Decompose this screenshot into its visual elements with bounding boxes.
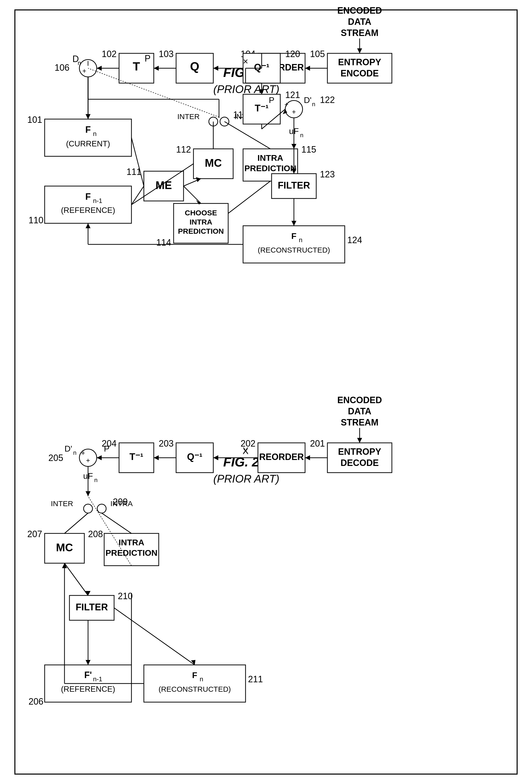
fig1-fn-label: F <box>85 124 91 135</box>
fig1-ref112: 112 <box>176 144 191 155</box>
svg-line-13 <box>225 121 270 149</box>
fig1-dn-sub: n <box>78 60 81 66</box>
fig1-sum-dn-plus: + <box>82 67 86 75</box>
svg-line-18 <box>131 138 144 186</box>
svg-marker-63 <box>86 660 91 665</box>
fig1-intra-pred-label2: PREDICTION <box>244 164 296 173</box>
diagram-svg: FIG. 1 (PRIOR ART) ENCODED DATA STREAM E… <box>0 0 532 784</box>
fig2-intra-pred-label2: PREDICTION <box>106 548 157 558</box>
fig1-p-label1: P <box>145 53 151 63</box>
fig1-entropy-encode-label2: ENCODE <box>341 68 379 78</box>
fig1-ref101: 101 <box>27 115 42 125</box>
fig2-encoded-label1: ENCODED <box>337 395 382 405</box>
fig2-intra-pred-label1: INTRA <box>119 538 144 547</box>
fig2-ref211: 211 <box>248 674 263 684</box>
fig1-fn-recon-label2: (RECONSTRUCTED) <box>258 246 330 254</box>
fig1-ufn-sub: n <box>300 132 303 138</box>
fig2-encoded-label3: STREAM <box>341 417 379 427</box>
svg-marker-53 <box>154 455 159 460</box>
fig1-fn1-sub: n-1 <box>93 197 102 204</box>
fig2-tinv-label: T⁻¹ <box>129 452 143 462</box>
svg-line-19 <box>131 186 144 205</box>
fig1-fn1-label: F <box>85 192 91 202</box>
fig2-sum-plus1: + <box>81 449 85 457</box>
fig1-ref123: 123 <box>320 169 335 179</box>
fig1-fn-sub: n <box>93 130 96 137</box>
svg-marker-36 <box>291 144 296 149</box>
fig1-x-cross: × <box>243 56 248 66</box>
fig1-sum-dpn-plus1: + <box>285 101 289 108</box>
fig1-fn1-ref-label: (REFERENCE) <box>61 206 115 215</box>
fig2-inter-label: INTER <box>51 499 73 508</box>
fig1-fn-current-label: (CURRENT) <box>66 139 110 148</box>
fig1-ref114: 114 <box>156 237 171 248</box>
fig1-intra-pred-label1: INTRA <box>258 153 283 163</box>
fig1-filter-label: FILTER <box>278 180 310 191</box>
fig2-filter-label: FILTER <box>76 602 108 612</box>
fig2-ref210: 210 <box>118 591 133 601</box>
svg-marker-43 <box>86 223 91 228</box>
svg-line-23 <box>183 186 201 203</box>
fig2-ref207: 207 <box>27 529 42 539</box>
fig1-q-label: Q <box>190 60 199 73</box>
fig2-qinv-label: Q⁻¹ <box>187 452 202 462</box>
fig1-choose-label3: PREDICTION <box>178 227 224 235</box>
svg-marker-40 <box>291 221 296 226</box>
svg-marker-55 <box>97 455 102 460</box>
fig1-subtitle: (PRIOR ART) <box>213 83 279 95</box>
fig2-dpn-sub: n <box>73 449 77 456</box>
svg-marker-3 <box>305 66 310 71</box>
svg-line-58 <box>64 513 88 533</box>
fig1-ref110: 110 <box>29 215 43 225</box>
fig1-entropy-encode-label1: ENTROPY <box>338 57 381 67</box>
fig1-fn-recon-label1: F <box>291 231 297 241</box>
fig1-choose-label2: INTRA <box>189 218 212 226</box>
fig2-ref206: 206 <box>29 696 43 707</box>
fig1-ref121: 121 <box>285 90 300 100</box>
page: FIG. 1 (PRIOR ART) ENCODED DATA STREAM E… <box>0 0 532 784</box>
fig2-sum-plus2: + <box>86 456 90 464</box>
fig2-intra-label: INTRA <box>110 499 133 508</box>
fig1-fn-recon-sub: n <box>299 236 302 244</box>
fig2-entropy-decode-label2: DECODE <box>341 458 379 468</box>
fig2-entropy-decode-label1: ENTROPY <box>338 447 381 457</box>
fig1-dpn-label: D' <box>304 95 312 105</box>
svg-marker-1 <box>357 48 362 53</box>
fig1-p-label2: P <box>269 95 274 105</box>
svg-marker-5 <box>213 66 218 71</box>
svg-line-59 <box>102 513 131 533</box>
fig1-encoded-label1: ENCODED <box>337 5 382 16</box>
fig1-encoded-label3: STREAM <box>341 28 379 38</box>
fig1-ref105: 105 <box>310 49 325 59</box>
fig2-fn1-sub: n-1 <box>93 675 102 683</box>
svg-marker-7 <box>154 66 159 71</box>
svg-marker-57 <box>86 491 91 496</box>
fig1-t-label: T <box>133 60 140 73</box>
fig2-fn-recon-label2: (RECONSTRUCTED) <box>158 685 231 693</box>
fig2-x-cross: × <box>243 446 248 456</box>
svg-line-25 <box>228 181 270 213</box>
fig2-subtitle: (PRIOR ART) <box>213 473 279 485</box>
svg-marker-47 <box>357 438 362 443</box>
fig1-encoded-label2: DATA <box>348 17 372 27</box>
fig2-reorder-label: REORDER <box>259 452 304 462</box>
fig2-ref205: 205 <box>48 453 63 463</box>
fig2-fn1-label: F' <box>84 670 92 680</box>
fig2-p-label: P <box>104 444 110 453</box>
fig1-mc-label: MC <box>205 157 222 169</box>
fig1-choose-label1: CHOOSE <box>185 209 217 217</box>
fig1-ref120: 120 <box>285 49 300 59</box>
svg-line-64 <box>114 608 195 665</box>
fig2-encoded-label2: DATA <box>348 406 372 416</box>
svg-marker-9 <box>97 66 102 71</box>
fig1-dpn-sub: n <box>312 101 315 107</box>
svg-marker-51 <box>213 455 218 460</box>
fig2-title: FIG. 2 <box>223 455 259 469</box>
svg-marker-49 <box>305 455 310 460</box>
fig1-ref115: 115 <box>301 144 316 155</box>
fig1-ref124: 124 <box>347 235 362 245</box>
fig1-inter-label: INTER <box>177 112 200 120</box>
fig1-tinv-label: T⁻¹ <box>255 103 269 113</box>
fig2-ref203: 203 <box>159 439 174 449</box>
fig1-me-label: ME <box>155 179 172 191</box>
